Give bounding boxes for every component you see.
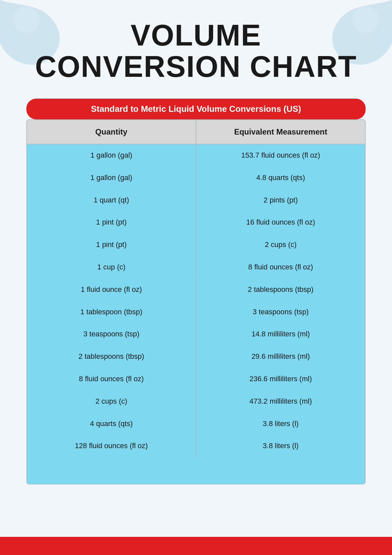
header-quantity: Quantity [27, 120, 196, 144]
conversion-chart-container: Standard to Metric Liquid Volume Convers… [26, 99, 366, 484]
table-row: 128 fluid ounces (fl oz) 3.8 liters (l) [27, 435, 365, 457]
quantity-cell: 1 quart (qt) [27, 189, 196, 211]
table-row: 1 gallon (gal) 4.8 quarts (qts) [27, 167, 365, 189]
quantity-cell: 3 teaspoons (tsp) [27, 323, 196, 345]
equivalent-cell: 14.8 milliliters (ml) [196, 323, 365, 345]
quantity-cell: 1 cup (c) [27, 256, 196, 278]
table-row: 2 tablespoons (tbsp) 29.6 milliliters (m… [27, 346, 365, 368]
equivalent-cell: 473.2 milliliters (ml) [196, 390, 365, 413]
bottom-bar [0, 537, 392, 555]
equivalent-cell: 236.6 milliliters (ml) [196, 368, 365, 390]
equivalent-cell: 8 fluid ounces (fl oz) [196, 256, 365, 278]
table-row: 1 pint (pt) 16 fluid ounces (fl oz) [27, 211, 365, 234]
equivalent-cell: 153.7 fluid ounces (fl oz) [196, 144, 365, 167]
table-row: 1 fluid ounce (fl oz) 2 tablespoons (tbs… [27, 279, 365, 301]
quantity-cell: 1 fluid ounce (fl oz) [27, 279, 196, 301]
quantity-cell: 2 cups (c) [27, 390, 196, 413]
equivalent-cell: 4.8 quarts (qts) [196, 167, 365, 189]
equivalent-cell: 3 teaspoons (tsp) [196, 301, 365, 323]
equivalent-cell: 2 pints (pt) [196, 189, 365, 211]
table-row: 1 pint (pt) 2 cups (c) [27, 234, 365, 256]
header-equivalent: Equivalent Measurement [196, 120, 365, 144]
quantity-cell: 8 fluid ounces (fl oz) [27, 368, 196, 390]
quantity-cell: 1 gallon (gal) [27, 144, 196, 167]
equivalent-cell: 29.6 milliliters (ml) [196, 346, 365, 368]
table-row: 4 quarts (qts) 3.8 liters (l) [27, 413, 365, 435]
table-header: Quantity Equivalent Measurement [27, 120, 365, 144]
subtitle-text: Standard to Metric Liquid Volume Convers… [91, 104, 301, 114]
table-row: 8 fluid ounces (fl oz) 236.6 milliliters… [27, 368, 365, 390]
quantity-cell: 2 tablespoons (tbsp) [27, 346, 196, 368]
equivalent-cell: 16 fluid ounces (fl oz) [196, 211, 365, 233]
table-row: 1 quart (qt) 2 pints (pt) [27, 189, 365, 212]
quantity-cell: 1 gallon (gal) [27, 167, 196, 189]
table-row: 3 teaspoons (tsp) 14.8 milliliters (ml) [27, 323, 365, 346]
equivalent-cell: 3.8 liters (l) [196, 435, 365, 457]
conversion-table: Quantity Equivalent Measurement 1 gallon… [26, 119, 366, 484]
quantity-cell: 128 fluid ounces (fl oz) [27, 435, 196, 457]
table-body: 1 gallon (gal) 153.7 fluid ounces (fl oz… [27, 144, 365, 484]
quantity-cell: 1 pint (pt) [27, 211, 196, 233]
subtitle-banner: Standard to Metric Liquid Volume Convers… [26, 99, 366, 119]
quantity-cell: 1 pint (pt) [27, 234, 196, 256]
table-row: 1 tablespoon (tbsp) 3 teaspoons (tsp) [27, 301, 365, 324]
table-row: 1 cup (c) 8 fluid ounces (fl oz) [27, 256, 365, 279]
page-title: VOLUME CONVERSION CHART [26, 20, 366, 82]
quantity-cell: 4 quarts (qts) [27, 413, 196, 435]
table-row: 1 gallon (gal) 153.7 fluid ounces (fl oz… [27, 144, 365, 167]
quantity-cell: 1 tablespoon (tbsp) [27, 301, 196, 323]
equivalent-cell: 2 cups (c) [196, 234, 365, 256]
table-row: 2 cups (c) 473.2 milliliters (ml) [27, 390, 365, 413]
equivalent-cell: 3.8 liters (l) [196, 413, 365, 435]
equivalent-cell: 2 tablespoons (tbsp) [196, 279, 365, 301]
table-footer-space [27, 457, 365, 484]
